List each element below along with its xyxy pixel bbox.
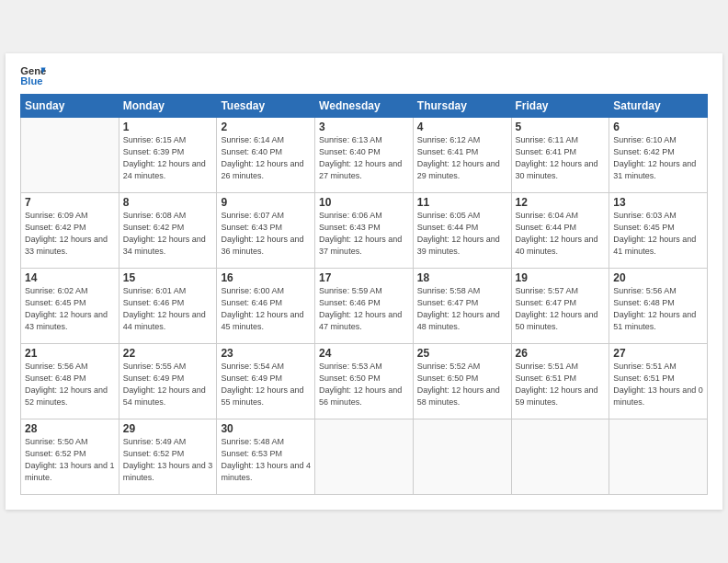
day-number: 2	[221, 121, 311, 133]
calendar-day-cell: 14Sunrise: 6:02 AMSunset: 6:45 PMDayligh…	[21, 269, 119, 344]
day-number: 20	[613, 271, 703, 284]
day-number: 14	[25, 271, 115, 284]
day-info: Sunrise: 6:12 AMSunset: 6:41 PMDaylight:…	[417, 134, 507, 182]
calendar-day-cell: 24Sunrise: 5:53 AMSunset: 6:50 PMDayligh…	[315, 344, 414, 419]
day-info: Sunrise: 6:14 AMSunset: 6:40 PMDaylight:…	[221, 134, 311, 182]
calendar-day-cell: 4Sunrise: 6:12 AMSunset: 6:41 PMDaylight…	[413, 118, 511, 193]
day-number: 6	[613, 121, 703, 133]
day-info: Sunrise: 6:09 AMSunset: 6:42 PMDaylight:…	[25, 210, 115, 258]
day-info: Sunrise: 5:51 AMSunset: 6:51 PMDaylight:…	[516, 361, 606, 408]
day-info: Sunrise: 5:48 AMSunset: 6:53 PMDaylight:…	[221, 436, 311, 484]
day-info: Sunrise: 6:03 AMSunset: 6:45 PMDaylight:…	[613, 210, 703, 258]
day-info: Sunrise: 5:56 AMSunset: 6:48 PMDaylight:…	[613, 285, 703, 333]
calendar-day-cell	[413, 419, 511, 495]
day-info: Sunrise: 5:58 AMSunset: 6:47 PMDaylight:…	[417, 285, 507, 333]
day-info: Sunrise: 6:02 AMSunset: 6:45 PMDaylight:…	[25, 285, 115, 333]
calendar-day-cell: 21Sunrise: 5:56 AMSunset: 6:48 PMDayligh…	[21, 344, 119, 419]
day-number: 4	[417, 121, 507, 133]
day-number: 13	[613, 196, 703, 209]
calendar-week-row: 7Sunrise: 6:09 AMSunset: 6:42 PMDaylight…	[21, 193, 708, 269]
weekday-header-row: SundayMondayTuesdayWednesdayThursdayFrid…	[21, 95, 708, 118]
day-info: Sunrise: 5:51 AMSunset: 6:51 PMDaylight:…	[613, 361, 703, 408]
weekday-header-cell: Sunday	[21, 95, 119, 118]
day-number: 21	[25, 347, 115, 360]
day-info: Sunrise: 5:55 AMSunset: 6:49 PMDaylight:…	[123, 361, 213, 408]
calendar-day-cell	[315, 419, 414, 495]
calendar-week-row: 21Sunrise: 5:56 AMSunset: 6:48 PMDayligh…	[21, 344, 708, 419]
calendar-day-cell	[21, 118, 119, 193]
calendar-body: 1Sunrise: 6:15 AMSunset: 6:39 PMDaylight…	[21, 118, 708, 495]
day-number: 12	[516, 196, 606, 209]
day-number: 25	[417, 347, 507, 360]
calendar-table: SundayMondayTuesdayWednesdayThursdayFrid…	[20, 94, 708, 495]
logo: General Blue	[20, 64, 46, 86]
day-info: Sunrise: 6:06 AMSunset: 6:43 PMDaylight:…	[319, 210, 409, 258]
day-number: 9	[221, 196, 311, 209]
day-number: 11	[417, 196, 507, 209]
calendar-day-cell: 8Sunrise: 6:08 AMSunset: 6:42 PMDaylight…	[119, 193, 217, 269]
calendar-day-cell: 3Sunrise: 6:13 AMSunset: 6:40 PMDaylight…	[315, 118, 414, 193]
day-info: Sunrise: 6:11 AMSunset: 6:41 PMDaylight:…	[516, 134, 606, 182]
calendar-day-cell: 29Sunrise: 5:49 AMSunset: 6:52 PMDayligh…	[119, 419, 217, 495]
calendar-day-cell: 28Sunrise: 5:50 AMSunset: 6:52 PMDayligh…	[21, 419, 119, 495]
day-info: Sunrise: 6:00 AMSunset: 6:46 PMDaylight:…	[221, 285, 311, 333]
day-number: 22	[123, 347, 213, 360]
calendar-container: General Blue SundayMondayTuesdayWednesda…	[6, 53, 722, 510]
calendar-week-row: 28Sunrise: 5:50 AMSunset: 6:52 PMDayligh…	[21, 419, 708, 495]
calendar-day-cell	[511, 419, 609, 495]
calendar-day-cell: 5Sunrise: 6:11 AMSunset: 6:41 PMDaylight…	[511, 118, 609, 193]
day-number: 30	[221, 422, 311, 435]
calendar-day-cell: 26Sunrise: 5:51 AMSunset: 6:51 PMDayligh…	[511, 344, 609, 419]
weekday-header-cell: Saturday	[609, 95, 708, 118]
day-info: Sunrise: 6:05 AMSunset: 6:44 PMDaylight:…	[417, 210, 507, 258]
day-number: 8	[123, 196, 213, 209]
calendar-day-cell	[609, 419, 708, 495]
calendar-day-cell: 2Sunrise: 6:14 AMSunset: 6:40 PMDaylight…	[217, 118, 315, 193]
day-number: 26	[516, 347, 606, 360]
day-info: Sunrise: 5:53 AMSunset: 6:50 PMDaylight:…	[319, 361, 409, 408]
calendar-day-cell: 27Sunrise: 5:51 AMSunset: 6:51 PMDayligh…	[609, 344, 708, 419]
calendar-day-cell: 12Sunrise: 6:04 AMSunset: 6:44 PMDayligh…	[511, 193, 609, 269]
day-number: 29	[123, 422, 213, 435]
calendar-day-cell: 18Sunrise: 5:58 AMSunset: 6:47 PMDayligh…	[413, 269, 511, 344]
day-number: 17	[319, 271, 409, 284]
day-info: Sunrise: 5:57 AMSunset: 6:47 PMDaylight:…	[516, 285, 606, 333]
calendar-day-cell: 6Sunrise: 6:10 AMSunset: 6:42 PMDaylight…	[609, 118, 708, 193]
logo-icon: General Blue	[20, 64, 46, 86]
day-number: 19	[516, 271, 606, 284]
calendar-day-cell: 10Sunrise: 6:06 AMSunset: 6:43 PMDayligh…	[315, 193, 414, 269]
calendar-day-cell: 9Sunrise: 6:07 AMSunset: 6:43 PMDaylight…	[217, 193, 315, 269]
day-info: Sunrise: 5:50 AMSunset: 6:52 PMDaylight:…	[25, 436, 115, 484]
day-number: 1	[123, 121, 213, 133]
calendar-day-cell: 15Sunrise: 6:01 AMSunset: 6:46 PMDayligh…	[119, 269, 217, 344]
weekday-header-cell: Monday	[119, 95, 217, 118]
day-number: 27	[613, 347, 703, 360]
day-number: 3	[319, 121, 409, 133]
day-info: Sunrise: 5:56 AMSunset: 6:48 PMDaylight:…	[25, 361, 115, 408]
calendar-day-cell: 23Sunrise: 5:54 AMSunset: 6:49 PMDayligh…	[217, 344, 315, 419]
day-info: Sunrise: 5:59 AMSunset: 6:46 PMDaylight:…	[319, 285, 409, 333]
day-info: Sunrise: 6:08 AMSunset: 6:42 PMDaylight:…	[123, 210, 213, 258]
day-info: Sunrise: 5:49 AMSunset: 6:52 PMDaylight:…	[123, 436, 213, 484]
calendar-week-row: 1Sunrise: 6:15 AMSunset: 6:39 PMDaylight…	[21, 118, 708, 193]
calendar-day-cell: 7Sunrise: 6:09 AMSunset: 6:42 PMDaylight…	[21, 193, 119, 269]
calendar-day-cell: 16Sunrise: 6:00 AMSunset: 6:46 PMDayligh…	[217, 269, 315, 344]
calendar-day-cell: 19Sunrise: 5:57 AMSunset: 6:47 PMDayligh…	[511, 269, 609, 344]
day-number: 28	[25, 422, 115, 435]
day-info: Sunrise: 5:54 AMSunset: 6:49 PMDaylight:…	[221, 361, 311, 408]
svg-text:Blue: Blue	[20, 75, 42, 86]
weekday-header-cell: Wednesday	[315, 95, 414, 118]
calendar-day-cell: 20Sunrise: 5:56 AMSunset: 6:48 PMDayligh…	[609, 269, 708, 344]
day-number: 18	[417, 271, 507, 284]
calendar-week-row: 14Sunrise: 6:02 AMSunset: 6:45 PMDayligh…	[21, 269, 708, 344]
day-info: Sunrise: 6:07 AMSunset: 6:43 PMDaylight:…	[221, 210, 311, 258]
day-number: 10	[319, 196, 409, 209]
calendar-day-cell: 25Sunrise: 5:52 AMSunset: 6:50 PMDayligh…	[413, 344, 511, 419]
day-number: 23	[221, 347, 311, 360]
calendar-day-cell: 22Sunrise: 5:55 AMSunset: 6:49 PMDayligh…	[119, 344, 217, 419]
day-number: 16	[221, 271, 311, 284]
day-info: Sunrise: 6:10 AMSunset: 6:42 PMDaylight:…	[613, 134, 703, 182]
day-info: Sunrise: 6:15 AMSunset: 6:39 PMDaylight:…	[123, 134, 213, 182]
day-info: Sunrise: 5:52 AMSunset: 6:50 PMDaylight:…	[417, 361, 507, 408]
weekday-header-cell: Friday	[511, 95, 609, 118]
